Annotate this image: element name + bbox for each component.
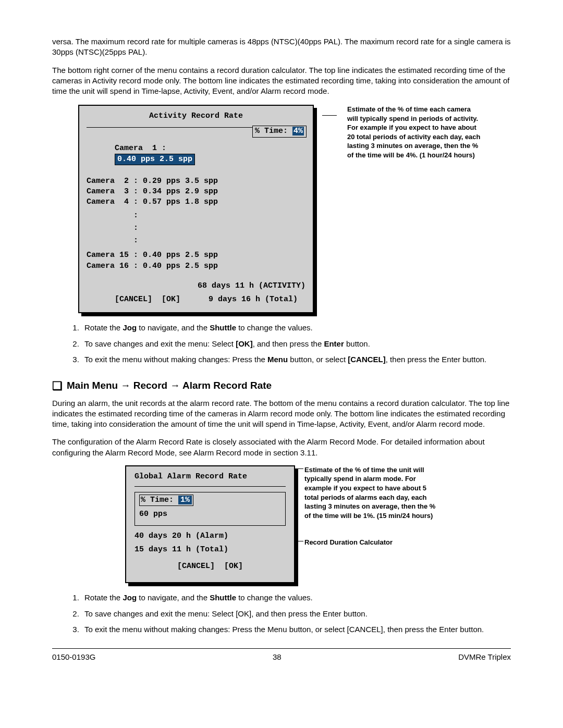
alarm-duration-1: 40 days 20 h (Alarm) [134,531,286,541]
time-percent-value: 4% [292,127,304,135]
alarm-p2: The configuration of the Alarm Record Ra… [52,437,511,458]
steps-list-1: Rotate the Jog to navigate, and the Shut… [52,323,511,365]
alarm-pps-field[interactable]: 60 pps [139,509,281,520]
duration-total: 9 days 16 h (Total) [209,295,298,304]
alarm-settings-box: % Time: 1% 60 pps [134,492,286,526]
intro-p2: The bottom right corner of the menu cont… [52,65,511,97]
camera-row-1-value: 0.40 pps 2.5 spp [115,154,195,165]
cancel-button[interactable]: [CANCEL] [177,562,215,571]
step-2: To save changes and exit the menu: Selec… [81,609,511,619]
callout-time-estimate: Estimate of the % of time each camera wi… [347,105,483,159]
intro-p1: versa. The maximum record rate for multi… [52,36,511,58]
footer-page-number: 38 [273,652,282,662]
menu-separator [134,486,286,487]
activity-figure: Activity Record Rate % Time: 4% Camera 1… [78,105,511,313]
footer-right: DVMRe Triplex [458,652,511,662]
section-heading: ❑Main Menu → Record → Alarm Record Rate [52,378,511,394]
callout-alarm-estimate: Estimate of the % of time the unit will … [304,465,440,520]
page-footer: 0150-0193G 38 DVMRe Triplex [52,648,511,662]
step-2: To save changes and exit the menu: Selec… [81,339,511,349]
alarm-menu: Global Alarm Record Rate % Time: 1% 60 p… [125,465,295,584]
alarm-figure: Global Alarm Record Rate % Time: 1% 60 p… [125,465,511,584]
activity-menu-title: Activity Record Rate [87,111,305,121]
step-3: To exit the menu without making changes:… [81,354,511,365]
time-percent-field[interactable]: % Time: 4% [252,126,307,137]
menu-button-row: [CANCEL] [OK] 9 days 16 h (Total) [87,294,305,305]
steps-list-2: Rotate the Jog to navigate, and the Shut… [52,593,511,635]
callout-duration-calculator: Record Duration Calculator [304,538,440,547]
camera-row-1[interactable]: Camera 1 : 0.40 pps 2.5 spp [87,133,305,176]
checkbox-icon: ❑ [52,379,63,392]
step-3: To exit the menu without making changes:… [81,624,511,635]
camera-row-4[interactable]: Camera 4 : 0.57 pps 1.8 spp [87,197,305,207]
ok-button[interactable]: [OK] [162,295,180,304]
camera-row-15[interactable]: Camera 15 : 0.40 pps 2.5 spp [87,250,305,261]
camera-rows-empty: : : : [87,209,305,247]
alarm-menu-title: Global Alarm Record Rate [134,472,286,482]
time-percent-label: % Time: [255,127,288,135]
camera-row-1-label: Camera 1 : [115,144,166,153]
alarm-p1: During an alarm, the unit records at the… [52,398,511,430]
callout-connector [326,105,335,313]
alarm-time-field[interactable]: % Time: 1% [139,495,281,506]
cancel-button[interactable]: [CANCEL] [115,295,152,304]
step-1: Rotate the Jog to navigate, and the Shut… [81,323,511,333]
alarm-button-row: [CANCEL] [OK] [134,561,286,572]
activity-menu: Activity Record Rate % Time: 4% Camera 1… [78,105,314,313]
ok-button[interactable]: [OK] [224,562,243,571]
camera-row-3[interactable]: Camera 3 : 0.34 pps 2.9 spp [87,187,305,197]
alarm-callouts: Estimate of the % of time the unit will … [304,465,440,565]
footer-left: 0150-0193G [52,652,95,662]
camera-row-2[interactable]: Camera 2 : 0.29 pps 3.5 spp [87,176,305,187]
duration-activity: 68 days 11 h (ACTIVITY) [87,281,305,291]
alarm-duration-2: 15 days 11 h (Total) [134,545,286,555]
step-1: Rotate the Jog to navigate, and the Shut… [81,593,511,603]
camera-row-16[interactable]: Camera 16 : 0.40 pps 2.5 spp [87,261,305,272]
